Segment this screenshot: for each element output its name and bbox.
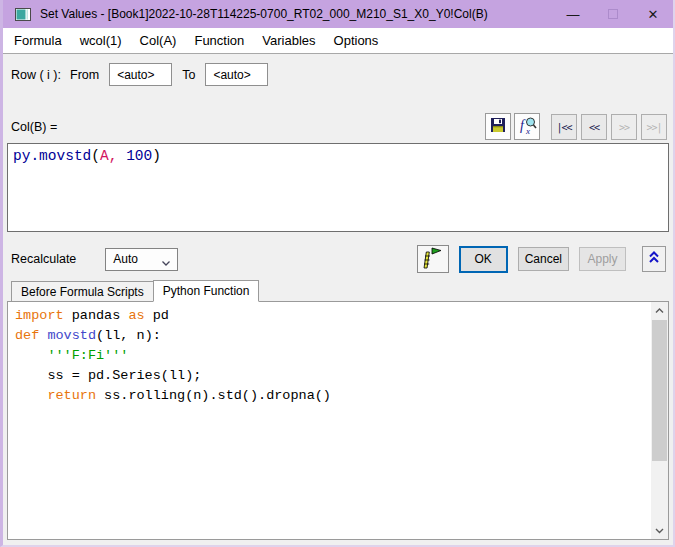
goto-first-button[interactable]: |<< bbox=[551, 114, 577, 140]
goto-previous-button[interactable]: << bbox=[581, 114, 607, 140]
menu-options[interactable]: Options bbox=[325, 28, 388, 53]
svg-text:x: x bbox=[525, 126, 530, 135]
recalculate-label: Recalculate bbox=[11, 252, 76, 266]
scroll-down-icon[interactable] bbox=[651, 522, 668, 539]
goto-last-button[interactable]: >>| bbox=[641, 114, 667, 140]
recalculate-row: Recalculate Auto OK Cancel Apply bbox=[11, 245, 666, 273]
maximize-button[interactable] bbox=[593, 0, 633, 28]
cancel-button[interactable]: Cancel bbox=[518, 247, 569, 271]
row-index-label: Row ( i ): bbox=[11, 68, 61, 82]
titlebar: Set Values - [Book1]2022-10-28T114225-07… bbox=[3, 0, 673, 28]
formula-shortcut-button[interactable] bbox=[417, 245, 449, 273]
chevron-down-icon bbox=[161, 256, 171, 270]
double-chevron-up-icon bbox=[648, 251, 660, 267]
row-range-section: Row ( i ): From <auto> To <auto> bbox=[11, 63, 673, 86]
menu-wcol[interactable]: wcol(1) bbox=[71, 28, 131, 53]
close-button[interactable]: ✕ bbox=[633, 0, 673, 28]
vertical-scrollbar[interactable] bbox=[651, 302, 668, 539]
menu-col-a[interactable]: Col(A) bbox=[131, 28, 186, 53]
maximize-icon bbox=[608, 9, 618, 19]
floppy-disk-icon bbox=[490, 117, 506, 136]
apply-button[interactable]: Apply bbox=[579, 247, 626, 271]
tab-python-function[interactable]: Python Function bbox=[153, 280, 260, 302]
to-label: To bbox=[182, 68, 195, 82]
formula-input[interactable]: py.movstd(A, 100) bbox=[7, 143, 669, 232]
scrollbar-thumb[interactable] bbox=[652, 320, 667, 461]
menu-variables[interactable]: Variables bbox=[253, 28, 324, 53]
app-window-icon bbox=[15, 8, 31, 21]
formula-target-row: Col(B) = f x bbox=[11, 113, 667, 140]
recalculate-mode-select[interactable]: Auto bbox=[105, 248, 178, 271]
save-formula-button[interactable] bbox=[485, 113, 511, 140]
minimize-button[interactable]: — bbox=[553, 0, 593, 28]
window-controls: — ✕ bbox=[553, 0, 673, 28]
python-code[interactable]: import pandas as pddef movstd(ll, n): ''… bbox=[8, 302, 651, 539]
recalculate-mode-value: Auto bbox=[113, 252, 138, 266]
menu-function[interactable]: Function bbox=[185, 28, 253, 53]
scroll-up-icon[interactable] bbox=[651, 302, 668, 319]
ladder-flag-icon bbox=[422, 247, 443, 272]
ok-button[interactable]: OK bbox=[459, 246, 508, 273]
tab-before-formula-scripts[interactable]: Before Formula Scripts bbox=[11, 281, 154, 301]
from-label: From bbox=[70, 68, 99, 82]
fx-magnifier-icon: f x bbox=[518, 116, 537, 138]
collapse-panel-button[interactable] bbox=[642, 246, 666, 272]
window-title: Set Values - [Book1]2022-10-28T114225-07… bbox=[40, 7, 553, 21]
python-function-panel: import pandas as pddef movstd(ll, n): ''… bbox=[7, 301, 669, 540]
search-functions-button[interactable]: f x bbox=[514, 113, 540, 140]
goto-next-button[interactable]: >> bbox=[611, 114, 637, 140]
menu-formula[interactable]: Formula bbox=[5, 28, 71, 53]
script-tabs: Before Formula Scripts Python Function bbox=[11, 280, 673, 301]
formula-target-label: Col(B) = bbox=[11, 120, 57, 140]
set-values-dialog: Set Values - [Book1]2022-10-28T114225-07… bbox=[0, 0, 675, 547]
row-from-input[interactable]: <auto> bbox=[109, 63, 172, 86]
row-to-input[interactable]: <auto> bbox=[205, 63, 268, 86]
menubar: Formula wcol(1) Col(A) Function Variable… bbox=[3, 28, 673, 54]
